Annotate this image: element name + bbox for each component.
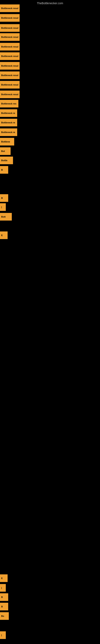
bar-label: Bott xyxy=(0,213,12,220)
bar-label: Bo xyxy=(0,612,9,620)
bar-item: B xyxy=(0,603,8,610)
bar-label: Bottleneck resul xyxy=(0,43,20,50)
bar-label: Bottleneck resul xyxy=(0,24,20,32)
bar-item: Bottleneck resul xyxy=(0,52,20,60)
bar-item: Bottleneck resul xyxy=(0,14,20,22)
bar-label: Bottleneck resul xyxy=(0,81,20,88)
bar-item: Bottleneck resul xyxy=(0,4,20,12)
bar-label: Bottlene xyxy=(0,138,14,146)
bar-label: Bottle xyxy=(0,156,13,164)
bar-label: Bottleneck resul xyxy=(0,52,20,60)
bar-item: Bottleneck res xyxy=(0,100,18,108)
bar-item: Bottleneck re xyxy=(0,119,17,126)
bar-item: Bottleneck resul xyxy=(0,33,20,41)
bar-item: Bottle xyxy=(0,156,13,164)
bar-label: B xyxy=(0,593,8,601)
bar-item: B xyxy=(0,194,8,202)
bar-item: Bottleneck resul xyxy=(0,43,20,50)
bar-item: | xyxy=(0,203,6,211)
bar-item: B xyxy=(0,166,8,174)
bar-item: | xyxy=(0,631,6,639)
bar-label: | xyxy=(0,203,6,211)
bar-item: Bott xyxy=(0,213,12,220)
bar-label: E xyxy=(0,574,8,582)
bar-item: Bottleneck re xyxy=(0,109,17,117)
bar-label: Bottleneck resul xyxy=(0,4,20,12)
bar-item: E xyxy=(0,232,8,239)
bar-label: Bottleneck resul xyxy=(0,33,20,41)
bar-item: Bottleneck resul xyxy=(0,90,20,98)
bar-label: Bottleneck re xyxy=(0,128,17,136)
bar-item: Bottleneck re xyxy=(0,128,17,136)
bar-label: E xyxy=(0,232,8,239)
bar-item: Bottleneck resul xyxy=(0,72,20,79)
bar-label: Bot xyxy=(0,147,11,155)
bar-label: | xyxy=(0,631,6,639)
bar-label: Bottleneck resul xyxy=(0,72,20,79)
bar-item: E xyxy=(0,574,8,582)
bar-item: Bot xyxy=(0,147,11,155)
bar-label: B xyxy=(0,166,8,174)
bar-item: B xyxy=(0,593,8,601)
bar-label: Bottleneck resul xyxy=(0,14,20,22)
bar-label: Bottleneck resul xyxy=(0,62,20,70)
bar-item: Bottleneck resul xyxy=(0,62,20,70)
bar-item: Bottleneck resul xyxy=(0,81,20,88)
bar-item: Bottlene xyxy=(0,138,14,146)
bar-label: Bottleneck res xyxy=(0,100,18,108)
bar-item: | xyxy=(0,584,6,592)
bar-item: Bo xyxy=(0,612,9,620)
bar-label: B xyxy=(0,194,8,202)
bar-label: Bottleneck re xyxy=(0,119,17,126)
bar-label: B xyxy=(0,603,8,610)
bar-label: Bottleneck resul xyxy=(0,90,20,98)
bar-item: Bottleneck resul xyxy=(0,24,20,32)
bar-label: | xyxy=(0,584,6,592)
bar-label: Bottleneck re xyxy=(0,109,17,117)
